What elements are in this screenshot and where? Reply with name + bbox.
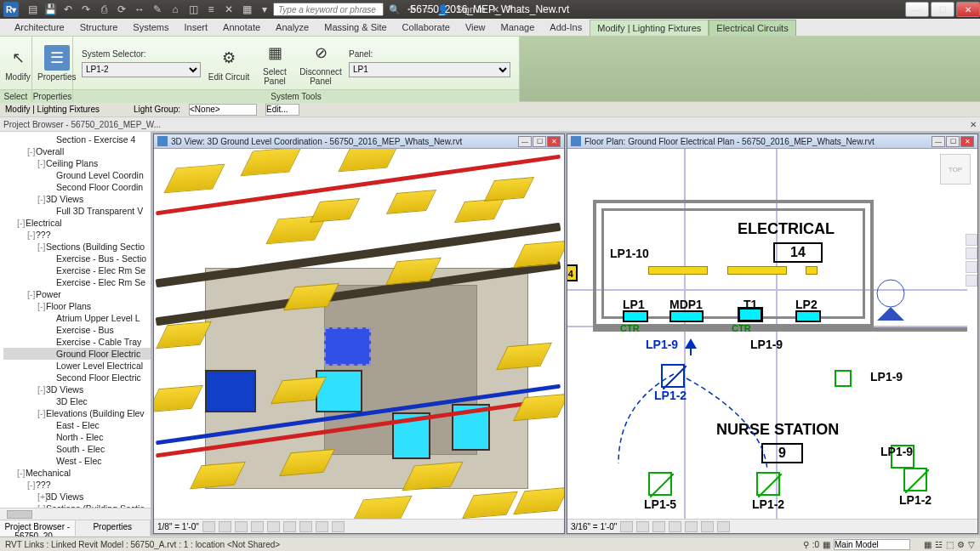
- tree-item[interactable]: Section - Exercise 4: [3, 133, 151, 145]
- tree-item[interactable]: Lower Level Electrical: [3, 360, 151, 372]
- tab-architecture[interactable]: Architecture: [7, 19, 72, 36]
- tree-item[interactable]: South - Elec: [3, 443, 151, 455]
- view-plan-titlebar[interactable]: Floor Plan: Ground Floor Electrical Plan…: [567, 134, 977, 149]
- tree-item[interactable]: East - Elec: [3, 419, 151, 431]
- status-coord-icon[interactable]: ⚲: [803, 540, 809, 549]
- tree-item[interactable]: Full 3D Transparent V: [3, 205, 151, 217]
- view-3d-close[interactable]: ✕: [547, 136, 561, 147]
- view-plan-ctrl1[interactable]: [620, 521, 633, 532]
- view-plan-ctrl5[interactable]: [685, 521, 698, 532]
- tree-item[interactable]: Exercise - Cable Tray: [3, 336, 151, 348]
- tab-systems[interactable]: Systems: [125, 19, 176, 36]
- tree-item[interactable]: [-] Sections (Building Sectio: [3, 241, 151, 253]
- help-search-input[interactable]: [273, 3, 384, 16]
- nav-bar[interactable]: [966, 234, 977, 288]
- tree-item[interactable]: Exercise - Elec Rm Se: [3, 276, 151, 288]
- view-3d-ctrl8[interactable]: [316, 521, 328, 532]
- app-menu-icon[interactable]: R▾: [3, 2, 19, 17]
- tab-addins[interactable]: Add-Ins: [542, 19, 590, 36]
- system-selector-dropdown[interactable]: LP1-2: [82, 62, 201, 77]
- tab-massing[interactable]: Massing & Site: [316, 19, 394, 36]
- minimize-button[interactable]: —: [905, 2, 929, 17]
- close-button[interactable]: ✕: [956, 2, 980, 17]
- view-3d-ctrl1[interactable]: [202, 521, 215, 532]
- tree-item[interactable]: Ground Floor Electric: [3, 348, 151, 360]
- status-workset-icon[interactable]: ▦: [823, 540, 830, 549]
- tree-item[interactable]: [+] 3D Views: [3, 491, 151, 503]
- project-browser-close-icon[interactable]: ✕: [970, 120, 977, 129]
- qat-tag-icon[interactable]: ✎: [149, 2, 166, 17]
- qat-measure-icon[interactable]: ↔: [131, 2, 148, 17]
- tree-item[interactable]: [-] Elevations (Building Elev: [3, 407, 151, 419]
- qat-sync-icon[interactable]: ⟳: [113, 2, 130, 17]
- view-3d-ctrl2[interactable]: [219, 521, 231, 532]
- view-3d-minimize[interactable]: —: [518, 136, 532, 147]
- tree-item[interactable]: Second Floor Coordin: [3, 181, 151, 193]
- tree-item[interactable]: [-] Electrical: [3, 217, 151, 229]
- tree-item[interactable]: [-] Floor Plans: [3, 300, 151, 312]
- tree-item[interactable]: West - Elec: [3, 455, 151, 467]
- view-3d-ctrl4[interactable]: [251, 521, 264, 532]
- tab-insert[interactable]: Insert: [177, 19, 216, 36]
- view-3d-ctrl3[interactable]: [235, 521, 248, 532]
- view-3d-ctrl9[interactable]: [332, 521, 345, 532]
- project-browser-hscroll[interactable]: [0, 508, 151, 520]
- qat-open-icon[interactable]: ▤: [24, 2, 41, 17]
- select-panel-button[interactable]: ▦Select Panel: [254, 38, 296, 88]
- qat-thin-icon[interactable]: ≡: [202, 2, 219, 17]
- tree-item[interactable]: [-] Overall: [3, 145, 151, 157]
- qat-3d-icon[interactable]: ⌂: [167, 2, 184, 17]
- tree-item[interactable]: Atrium Upper Level L: [3, 312, 151, 324]
- tab-analyze[interactable]: Analyze: [268, 19, 316, 36]
- tree-item[interactable]: [-] Ceiling Plans: [3, 157, 151, 169]
- view-plan-close[interactable]: ✕: [960, 136, 974, 147]
- tab-electrical-circuits[interactable]: Electrical Circuits: [709, 20, 795, 36]
- view-plan-ctrl3[interactable]: [652, 521, 665, 532]
- maximize-button[interactable]: ☐: [931, 2, 954, 17]
- view-plan-ctrl7[interactable]: [717, 521, 730, 532]
- tree-item[interactable]: Exercise - Bus - Sectio: [3, 253, 151, 264]
- status-btn3[interactable]: ⬚: [946, 540, 954, 549]
- qat-switch-icon[interactable]: ▦: [238, 2, 255, 17]
- view-3d-ctrl6[interactable]: [283, 521, 296, 532]
- view-3d-maximize[interactable]: ☐: [533, 136, 546, 147]
- view-plan-minimize[interactable]: —: [932, 136, 945, 147]
- light-group-dropdown[interactable]: [189, 104, 257, 116]
- view-plan-maximize[interactable]: ☐: [946, 136, 960, 147]
- tab-properties-palette[interactable]: Properties: [76, 520, 151, 536]
- status-btn4[interactable]: ⚙: [957, 540, 965, 549]
- tree-item[interactable]: Second Floor Electric: [3, 372, 151, 383]
- tab-manage[interactable]: Manage: [493, 19, 543, 36]
- qat-print-icon[interactable]: ⎙: [95, 2, 112, 17]
- tab-structure[interactable]: Structure: [72, 19, 126, 36]
- viewcube[interactable]: TOP: [940, 154, 971, 185]
- tab-modify-lighting[interactable]: Modify | Lighting Fixtures: [590, 20, 709, 36]
- tree-item[interactable]: [-] ???: [3, 479, 151, 491]
- tree-item[interactable]: [-] 3D Views: [3, 383, 151, 395]
- edit-circuit-button[interactable]: ⚙Edit Circuit: [208, 38, 250, 88]
- qat-redo-icon[interactable]: ↷: [77, 2, 94, 17]
- view-3d-ctrl7[interactable]: [299, 521, 312, 532]
- tree-item[interactable]: [-] 3D Views: [3, 193, 151, 205]
- view-3d-canvas[interactable]: [154, 149, 564, 519]
- properties-button[interactable]: ☰Properties: [37, 38, 77, 88]
- search-icon[interactable]: 🔍: [387, 4, 402, 15]
- status-btn1[interactable]: ▦: [924, 540, 932, 549]
- tree-item[interactable]: [-] Power: [3, 288, 151, 300]
- tab-view[interactable]: View: [458, 19, 493, 36]
- disconnect-panel-button[interactable]: ⊘Disconnect Panel: [299, 38, 342, 88]
- qat-close-icon[interactable]: ✕: [220, 2, 237, 17]
- status-btn2[interactable]: ☳: [935, 540, 943, 549]
- qat-dropdown-icon[interactable]: ▾: [256, 2, 273, 17]
- tree-item[interactable]: [-] ???: [3, 229, 151, 241]
- project-tree[interactable]: Section - Exercise 4[-] Overall[-] Ceili…: [0, 132, 151, 508]
- modify-button[interactable]: ↖Modify: [5, 38, 31, 88]
- status-main-model[interactable]: [834, 539, 910, 550]
- qat-save-icon[interactable]: 💾: [42, 2, 59, 17]
- tree-item[interactable]: [-] Mechanical: [3, 467, 151, 479]
- tab-project-browser[interactable]: Project Browser - 56750_20...: [0, 520, 76, 536]
- view-plan-ctrl4[interactable]: [669, 521, 681, 532]
- help-search[interactable]: [273, 3, 384, 16]
- view-3d-titlebar[interactable]: 3D View: 3D Ground Level Coordination - …: [154, 134, 564, 149]
- status-btn5[interactable]: ▽: [968, 540, 975, 549]
